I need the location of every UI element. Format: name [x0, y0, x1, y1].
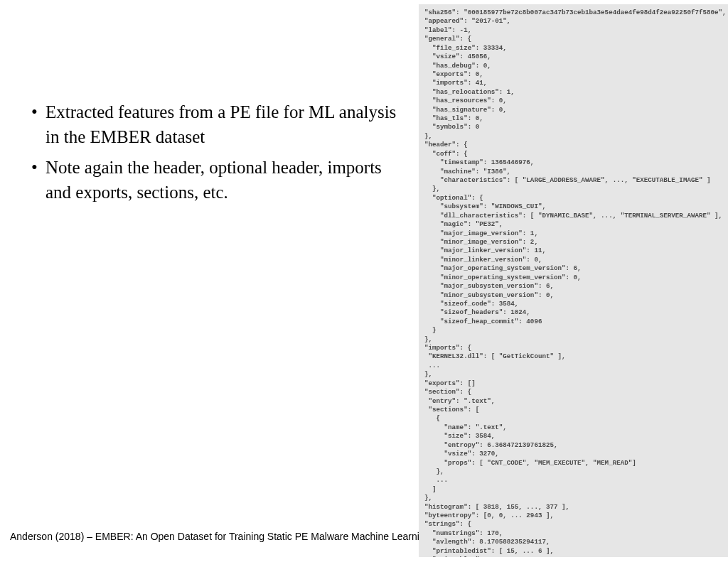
- code-sample: "sha256": "000185977be72c8b007ac347b73ce…: [424, 9, 722, 557]
- slide-content-left: Extracted features from a PE file for ML…: [28, 99, 398, 210]
- bullet-item: Extracted features from a PE file for ML…: [28, 99, 398, 149]
- bullet-list: Extracted features from a PE file for ML…: [28, 99, 398, 205]
- bullet-item: Note again the header, optional header, …: [28, 155, 398, 205]
- code-panel: "sha256": "000185977be72c8b007ac347b73ce…: [419, 4, 728, 557]
- citation-text: Anderson (2018) – EMBER: An Open Dataset…: [10, 531, 465, 542]
